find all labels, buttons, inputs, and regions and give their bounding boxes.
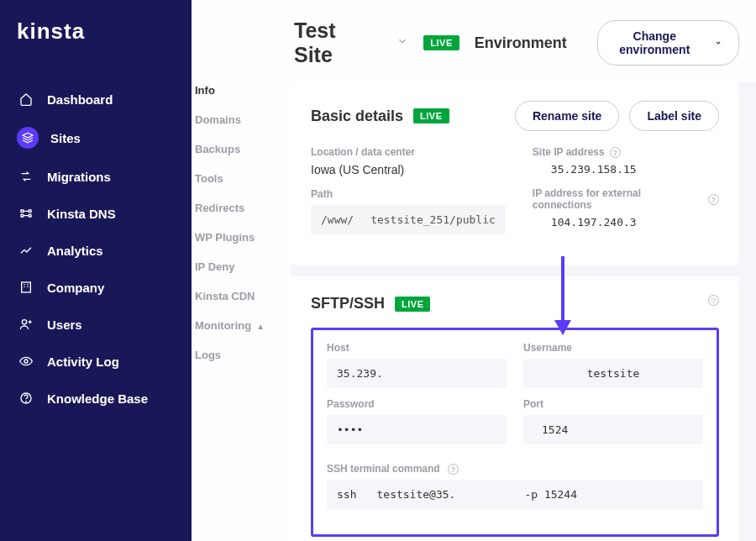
subnav-item-label: Logs bbox=[195, 349, 221, 361]
subnav-item-label: Domains bbox=[195, 113, 241, 126]
sidebar-item-label: Sites bbox=[50, 131, 81, 145]
password-value[interactable]: •••• bbox=[327, 415, 507, 444]
host-label: Host bbox=[327, 342, 507, 354]
button-label: Rename site bbox=[533, 109, 601, 123]
sidebar-item-company[interactable]: Company bbox=[0, 270, 192, 305]
subnav-item-label: Tools bbox=[195, 172, 223, 185]
help-icon[interactable]: ? bbox=[610, 147, 621, 158]
ssh-command-value[interactable]: ssh testsite@35. -p 15244 bbox=[327, 480, 703, 509]
sidebar-item-label: Users bbox=[47, 318, 82, 332]
dns-icon bbox=[17, 204, 35, 223]
external-ip-label: IP address for external connections ? bbox=[533, 187, 719, 211]
page-title: Test Site bbox=[294, 18, 356, 67]
live-badge: LIVE bbox=[413, 108, 449, 123]
sidebar-item-migrations[interactable]: Migrations bbox=[0, 159, 192, 194]
ssh-command-label: SSH terminal command ? bbox=[327, 463, 703, 475]
ssh-command-chunk: testsite@35. bbox=[376, 488, 504, 501]
subnav-item-label: Kinsta CDN bbox=[195, 290, 255, 302]
sidebar-item-users[interactable]: Users bbox=[0, 307, 192, 342]
rename-site-button[interactable]: Rename site bbox=[515, 101, 619, 131]
sidebar-item-label: Kinsta DNS bbox=[47, 207, 116, 221]
chevron-down-icon[interactable] bbox=[396, 35, 408, 50]
sftp-ssh-card: SFTP/SSH LIVE ? Host 35.239. P bbox=[291, 276, 739, 541]
username-label: Username bbox=[523, 342, 703, 354]
subnav-item-logs[interactable]: Logs bbox=[192, 340, 291, 370]
password-label: Password bbox=[327, 398, 507, 410]
page-header: Test Site LIVE Environment Change enviro… bbox=[192, 0, 756, 82]
sidebar-item-activity-log[interactable]: Activity Log bbox=[0, 344, 192, 379]
help-icon[interactable]: ? bbox=[708, 194, 719, 205]
text: testsite@35. bbox=[376, 488, 455, 501]
svg-marker-0 bbox=[23, 133, 33, 138]
card-header: SFTP/SSH LIVE bbox=[311, 295, 719, 313]
sidebar-item-sites[interactable]: Sites bbox=[0, 118, 192, 157]
sidebar-item-label: Activity Log bbox=[47, 355, 119, 369]
location-value: Iowa (US Central) bbox=[311, 163, 506, 176]
subnav-item-backups[interactable]: Backups bbox=[192, 134, 291, 164]
card-header: Basic details LIVE Rename site Label sit… bbox=[311, 101, 719, 131]
subnav-item-redirects[interactable]: Redirects bbox=[192, 193, 291, 223]
svg-point-9 bbox=[24, 360, 28, 363]
change-environment-button[interactable]: Change environment bbox=[597, 20, 739, 66]
change-environment-label: Change environment bbox=[615, 29, 695, 56]
sidebar-item-label: Dashboard bbox=[47, 92, 113, 107]
sidebar-item-label: Knowledge Base bbox=[47, 391, 148, 406]
basic-details-card: Basic details LIVE Rename site Label sit… bbox=[291, 82, 739, 265]
help-icon[interactable]: ? bbox=[448, 464, 459, 475]
ssh-command-chunk: ssh bbox=[337, 488, 356, 501]
home-icon bbox=[17, 90, 35, 108]
username-value[interactable]: testsite bbox=[523, 359, 703, 388]
label-text: SSH terminal command bbox=[327, 463, 440, 475]
sftp-highlight-box: Host 35.239. Password •••• Username test… bbox=[311, 328, 719, 537]
path-label: Path bbox=[311, 188, 506, 200]
path-value: /www/ testsite_251/public bbox=[311, 205, 506, 234]
label-text: Site IP address bbox=[533, 146, 605, 158]
sidebar-item-knowledge-base[interactable]: Knowledge Base bbox=[0, 381, 192, 416]
external-ip-value: 104.197.240.3 bbox=[533, 216, 719, 228]
annotation-arrow-icon bbox=[546, 253, 580, 337]
card-title: SFTP/SSH bbox=[311, 295, 385, 313]
ssh-command-chunk: -p 15244 bbox=[524, 488, 577, 501]
site-ip-label: Site IP address ? bbox=[533, 146, 719, 158]
sidebar-nav: Dashboard Sites Migrations Kinsta DNS bbox=[0, 81, 192, 416]
main-content: Test Site LIVE Environment Change enviro… bbox=[291, 0, 756, 541]
sidebar-item-label: Company bbox=[47, 281, 104, 295]
help-icon bbox=[17, 389, 35, 407]
eye-icon bbox=[17, 352, 35, 370]
analytics-icon bbox=[17, 241, 35, 260]
subnav-item-ip-deny[interactable]: IP Deny bbox=[192, 252, 291, 281]
subnav-item-kinsta-cdn[interactable]: Kinsta CDN bbox=[192, 281, 291, 311]
host-value[interactable]: 35.239. bbox=[327, 359, 507, 388]
location-label: Location / data center bbox=[311, 146, 506, 158]
sidebar-item-label: Analytics bbox=[47, 244, 103, 258]
brand-logo-text: kinsta bbox=[17, 18, 85, 44]
button-label: Label site bbox=[647, 109, 701, 123]
company-icon bbox=[17, 278, 35, 297]
sidebar-item-analytics[interactable]: Analytics bbox=[0, 233, 192, 268]
card-title: Basic details bbox=[311, 108, 403, 125]
subnav-item-tools[interactable]: Tools bbox=[192, 164, 291, 193]
path-segment: /www/ bbox=[321, 213, 354, 226]
users-icon bbox=[17, 315, 35, 334]
svg-rect-1 bbox=[22, 282, 31, 292]
migrate-icon bbox=[17, 167, 35, 186]
sidebar-item-dashboard[interactable]: Dashboard bbox=[0, 81, 192, 117]
port-value[interactable]: 1524 bbox=[523, 415, 703, 444]
port-label: Port bbox=[523, 398, 703, 410]
subnav-item-label: Info bbox=[195, 84, 215, 97]
layers-icon bbox=[17, 127, 39, 149]
label-text: IP address for external connections bbox=[533, 187, 703, 211]
live-badge: LIVE bbox=[395, 297, 430, 312]
chevron-down-icon bbox=[715, 38, 722, 48]
site-ip-value: 35.239.158.15 bbox=[533, 163, 719, 176]
subnav-item-label: Backups bbox=[195, 143, 240, 155]
subnav-item-wp-plugins[interactable]: WP Plugins bbox=[192, 223, 291, 252]
subnav-item-domains[interactable]: Domains bbox=[192, 105, 291, 134]
subnav-item-label: Monitoring bbox=[195, 319, 251, 332]
sidebar-item-kinsta-dns[interactable]: Kinsta DNS bbox=[0, 196, 192, 231]
help-icon[interactable]: ? bbox=[708, 295, 719, 306]
triangle-up-icon: ▲ bbox=[256, 322, 265, 331]
path-segment: testsite_251/public bbox=[370, 213, 496, 226]
label-site-button[interactable]: Label site bbox=[629, 101, 719, 131]
subnav-item-monitoring[interactable]: Monitoring▲ bbox=[192, 311, 291, 340]
